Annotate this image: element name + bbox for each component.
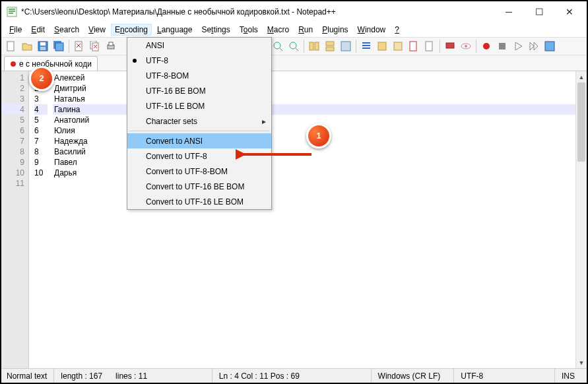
func-list-icon[interactable]: [375, 39, 389, 53]
vertical-scrollbar[interactable]: ▲ ▼: [575, 71, 587, 368]
zoom-out-icon[interactable]: [286, 39, 301, 53]
scroll-down-icon[interactable]: ▼: [576, 357, 587, 368]
close-button[interactable]: ✕: [560, 5, 579, 18]
svg-point-29: [11, 61, 16, 67]
text-column-1: 123 456 789 10: [29, 71, 53, 368]
menu-separator: [129, 131, 270, 131]
svg-rect-15: [315, 42, 319, 50]
sync-v-icon[interactable]: [307, 39, 321, 53]
doc-list-icon[interactable]: [422, 39, 437, 53]
open-file-icon[interactable]: [20, 39, 34, 53]
encoding-charsets[interactable]: Character sets▸: [127, 113, 271, 129]
statusbar: Normal text length : 167 lines : 11 Ln :…: [1, 368, 587, 383]
scroll-up-icon[interactable]: ▲: [576, 71, 587, 82]
encoding-utf16be[interactable]: UTF-16 BE BOM: [127, 83, 271, 98]
callout-1: 1: [306, 123, 331, 148]
play-icon[interactable]: [511, 39, 525, 53]
close-file-icon[interactable]: [72, 39, 86, 53]
svg-point-26: [483, 43, 490, 49]
menu-file[interactable]: File: [5, 24, 26, 36]
menu-encoding[interactable]: Encoding: [111, 24, 152, 36]
svg-point-13: [290, 42, 296, 49]
status-lang: Normal text: [7, 371, 47, 381]
folder-icon[interactable]: [391, 39, 405, 53]
file-tab[interactable]: е с необычной коди: [4, 56, 98, 71]
close-all-icon[interactable]: [88, 39, 102, 53]
encoding-utf8[interactable]: UTF-8: [127, 53, 271, 68]
wrap-icon[interactable]: [339, 39, 353, 53]
svg-rect-14: [310, 42, 313, 50]
app-icon: [7, 7, 17, 17]
svg-rect-17: [326, 47, 334, 51]
tabbar: е с необычной коди: [1, 55, 587, 71]
line-number-gutter: 123 456 789 1011: [1, 71, 29, 368]
menu-run[interactable]: Run: [294, 24, 317, 36]
svg-point-25: [465, 45, 467, 48]
svg-rect-18: [341, 42, 350, 51]
menu-tools[interactable]: Tools: [236, 24, 262, 36]
play-multi-icon[interactable]: [527, 39, 541, 53]
svg-rect-6: [55, 43, 63, 51]
svg-rect-23: [446, 43, 454, 48]
svg-rect-3: [40, 42, 46, 46]
stop-icon[interactable]: [495, 39, 509, 53]
status-length: length : 167: [53, 369, 109, 383]
svg-point-12: [274, 42, 280, 49]
minimize-button[interactable]: ─: [500, 5, 518, 18]
status-position: Ln : 4 Col : 11 Pos : 69: [212, 369, 306, 383]
menubar: File Edit Search View Encoding Language …: [1, 22, 587, 37]
toolbar: [1, 37, 587, 55]
svg-rect-22: [426, 42, 432, 51]
save-icon[interactable]: [36, 39, 50, 53]
menu-plugins[interactable]: Plugins: [318, 24, 352, 36]
tab-label: е с необычной коди: [19, 59, 92, 69]
record-icon[interactable]: [479, 39, 494, 53]
zoom-in-icon[interactable]: [271, 39, 285, 53]
editor[interactable]: 123 456 789 1011 123 456 789 10 АлексейД…: [1, 71, 587, 368]
new-file-icon[interactable]: [4, 39, 18, 53]
status-encoding[interactable]: UTF-8: [453, 369, 490, 383]
scroll-thumb[interactable]: [577, 82, 585, 162]
svg-rect-27: [499, 43, 506, 49]
svg-rect-4: [40, 47, 46, 50]
svg-rect-19: [378, 42, 386, 50]
doc-map-icon[interactable]: [407, 39, 421, 53]
menu-language[interactable]: Language: [153, 24, 196, 36]
eye-icon[interactable]: [459, 39, 473, 53]
svg-rect-7: [75, 42, 82, 51]
svg-rect-28: [545, 42, 554, 51]
menu-help[interactable]: ?: [391, 24, 403, 36]
indent-icon[interactable]: [359, 39, 374, 53]
svg-rect-1: [7, 42, 14, 51]
annotation-arrow: [236, 148, 315, 161]
sync-h-icon[interactable]: [323, 39, 337, 53]
menu-view[interactable]: View: [84, 24, 110, 36]
encoding-dropdown: ANSI UTF-8 UTF-8-BOM UTF-16 BE BOM UTF-1…: [127, 37, 272, 210]
menu-window[interactable]: Window: [354, 24, 390, 36]
svg-rect-0: [7, 7, 16, 16]
status-eol[interactable]: Windows (CR LF): [371, 369, 447, 383]
monitor-icon[interactable]: [443, 39, 457, 53]
save-macro-icon[interactable]: [542, 39, 557, 53]
encoding-utf16le[interactable]: UTF-16 LE BOM: [127, 98, 271, 113]
save-all-icon[interactable]: [51, 39, 66, 53]
status-lines: lines : 11: [115, 371, 147, 381]
bullet-icon: [133, 59, 137, 63]
modified-icon: [10, 61, 16, 67]
svg-rect-20: [394, 42, 402, 50]
encoding-utf8bom[interactable]: UTF-8-BOM: [127, 68, 271, 83]
convert-to-utf8bom[interactable]: Convert to UTF-8-BOM: [127, 164, 271, 179]
convert-to-utf16le[interactable]: Convert to UTF-16 LE BOM: [127, 194, 271, 209]
menu-edit[interactable]: Edit: [27, 24, 49, 36]
menu-macro[interactable]: Macro: [263, 24, 293, 36]
menu-settings[interactable]: Settings: [197, 24, 234, 36]
convert-to-utf16be[interactable]: Convert to UTF-16 BE BOM: [127, 179, 271, 194]
print-icon[interactable]: [104, 39, 118, 53]
window-title: *C:\Users\leonu\Desktop\ Материалы\Данны…: [21, 7, 500, 16]
encoding-ansi[interactable]: ANSI: [127, 38, 271, 53]
status-ins[interactable]: INS: [554, 369, 581, 383]
convert-to-ansi[interactable]: Convert to ANSI: [127, 133, 271, 148]
maximize-button[interactable]: ☐: [530, 5, 548, 18]
menu-search[interactable]: Search: [50, 24, 83, 36]
callout-2: 2: [29, 66, 54, 91]
